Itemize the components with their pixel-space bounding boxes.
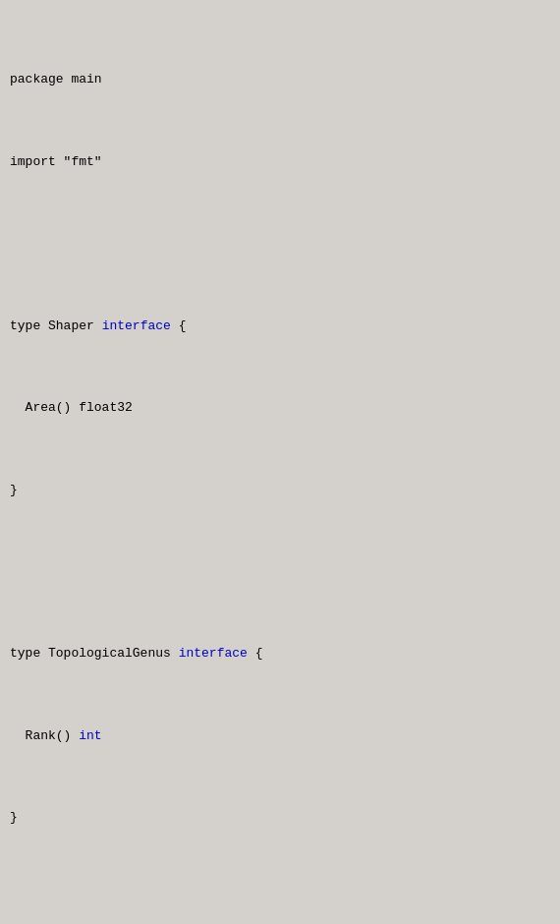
code-line-6: } <box>10 480 550 500</box>
code-line-11 <box>10 890 550 910</box>
code-line-4: type Shaper interface { <box>10 316 550 336</box>
text: import "fmt" <box>10 154 102 169</box>
code-line-7 <box>10 561 550 582</box>
code-container: package main import "fmt" type Shaper in… <box>0 0 560 924</box>
code-line-1: package main <box>10 69 550 89</box>
code-line-10: } <box>10 807 550 828</box>
code-line-5: Area() float32 <box>10 397 550 418</box>
text: } <box>10 483 18 497</box>
text: } <box>10 810 18 825</box>
text: Rank() int <box>10 728 102 743</box>
code-line-9: Rank() int <box>10 725 550 746</box>
text: package main <box>10 72 102 87</box>
code-line-2: import "fmt" <box>10 151 550 172</box>
text: type TopologicalGenus interface { <box>10 646 262 661</box>
code-line-3 <box>10 233 550 254</box>
text: Area() float32 <box>10 400 133 415</box>
text: type Shaper interface { <box>10 318 186 333</box>
code-line-8: type TopologicalGenus interface { <box>10 643 550 664</box>
